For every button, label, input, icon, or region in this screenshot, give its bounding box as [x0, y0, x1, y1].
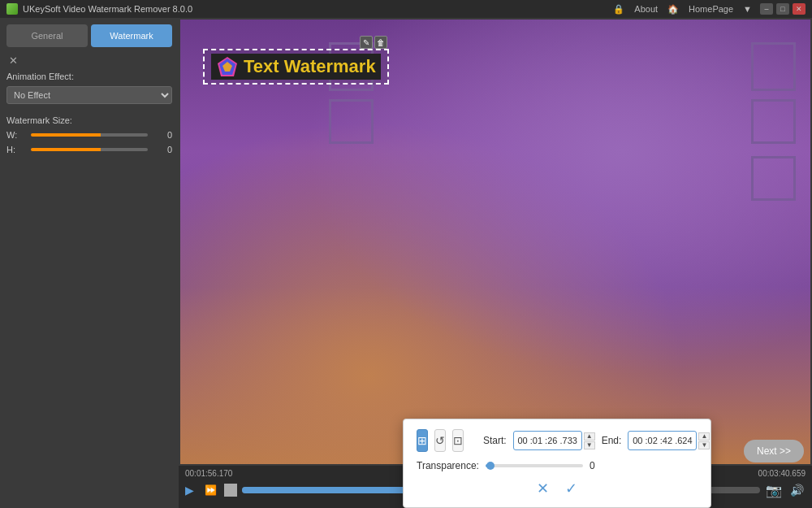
minimize-button[interactable]: –: [760, 3, 773, 15]
start-time-spin: ▲ ▼: [584, 432, 595, 449]
popup-cancel-button[interactable]: ✕: [537, 480, 549, 497]
end-time-group: ▲ ▼: [628, 431, 710, 450]
title-bar-nav: 🔒 About 🏠 HomePage ▼: [613, 4, 752, 15]
timeline-played: [242, 487, 423, 493]
maximize-button[interactable]: □: [776, 3, 789, 15]
w-slider[interactable]: [31, 133, 148, 137]
start-spin-up[interactable]: ▲: [584, 432, 595, 441]
app-title: UKeySoft Video Watermark Remover 8.0.0: [23, 4, 192, 14]
w-row: W: 0: [6, 130, 172, 140]
start-label: Start:: [483, 435, 507, 446]
time-range-row: Start: ▲ ▼ End: ▲ ▼: [483, 431, 710, 450]
transparency-slider[interactable]: [486, 464, 583, 467]
main-layout: General Watermark ✕ Animation Effect: No…: [0, 18, 812, 508]
video-frame: ✎ 🗑 Text Watermark: [179, 18, 812, 466]
video-background: [179, 18, 812, 466]
title-bar: UKeySoft Video Watermark Remover 8.0.0 🔒…: [0, 0, 812, 18]
popup-dialog: ⊞ ↺ ⊡ Start: ▲ ▼ End:: [403, 419, 711, 508]
app-icon: [6, 3, 18, 15]
sidebar-close-button[interactable]: ✕: [6, 54, 19, 67]
transparency-thumb[interactable]: [486, 462, 495, 470]
popup-tool-grid[interactable]: ⊡: [452, 429, 464, 452]
play-button[interactable]: ▶: [185, 483, 200, 497]
w-value: 0: [148, 130, 172, 140]
watermark-label: Text Watermark: [244, 56, 376, 77]
tab-watermark[interactable]: Watermark: [91, 24, 172, 47]
h-value: 0: [148, 145, 172, 154]
watermark-size-row: Watermark Size:: [6, 115, 172, 125]
title-bar-right: 🔒 About 🏠 HomePage ▼ – □ ✕: [613, 3, 806, 15]
tab-general[interactable]: General: [6, 24, 88, 47]
w-label: W:: [6, 130, 31, 140]
animation-select[interactable]: No Effect: [6, 86, 172, 104]
animation-label: Animation Effect:: [6, 72, 96, 81]
start-spin-down[interactable]: ▼: [584, 441, 595, 449]
about-link[interactable]: About: [634, 4, 658, 14]
animation-select-row: No Effect: [6, 86, 172, 104]
end-spin-down[interactable]: ▼: [698, 441, 710, 449]
transparency-label: Transparence:: [417, 460, 479, 471]
watermark-logo-icon: [216, 55, 239, 78]
door-rect-5: [751, 156, 796, 201]
start-time-input[interactable]: [513, 431, 582, 450]
door-rect-4: [751, 99, 796, 144]
video-area: ✎ 🗑 Text Watermark 00:01:56.170: [179, 18, 812, 508]
door-rect-3: [751, 42, 796, 91]
popup-footer: ✕ ✓: [417, 480, 698, 497]
homepage-link[interactable]: HomePage: [689, 4, 733, 14]
popup-toolbar: ⊞ ↺ ⊡ Start: ▲ ▼ End:: [417, 429, 698, 452]
popup-tool-filter[interactable]: ⊞: [417, 429, 428, 452]
title-bar-left: UKeySoft Video Watermark Remover 8.0.0: [6, 3, 192, 15]
transparency-value: 0: [590, 460, 595, 471]
time-left: 00:01:56.170: [185, 469, 232, 478]
end-time-input[interactable]: [628, 431, 697, 450]
screenshot-button[interactable]: 📷: [765, 481, 783, 499]
h-row: H: 0: [6, 145, 172, 154]
transparency-row: Transparence: 0: [417, 460, 698, 471]
end-time-spin: ▲ ▼: [698, 432, 710, 449]
window-controls: – □ ✕: [760, 3, 806, 15]
dropdown-icon: ▼: [743, 4, 752, 14]
popup-tool-rotate[interactable]: ↺: [434, 429, 446, 452]
watermark-controls: ✎ 🗑: [360, 36, 387, 49]
sidebar: General Watermark ✕ Animation Effect: No…: [0, 18, 179, 508]
watermark-edit-button[interactable]: ✎: [360, 36, 373, 49]
door-rect-2: [329, 99, 374, 144]
popup-ok-button[interactable]: ✓: [565, 480, 577, 497]
watermark-text-display: Text Watermark: [211, 54, 381, 80]
end-spin-up[interactable]: ▲: [698, 432, 710, 441]
end-label: End:: [602, 435, 622, 446]
time-right: 00:03:40.659: [758, 469, 806, 478]
sidebar-tabs: General Watermark: [6, 24, 172, 47]
animation-row: Animation Effect:: [6, 72, 172, 81]
step-forward-button[interactable]: ⏩: [205, 483, 219, 497]
start-time-group: ▲ ▼: [513, 431, 595, 450]
stop-button[interactable]: [224, 484, 237, 497]
lock-icon: 🔒: [613, 4, 624, 15]
h-label: H:: [6, 145, 31, 154]
volume-button[interactable]: 🔊: [788, 481, 806, 499]
watermark-overlay[interactable]: ✎ 🗑 Text Watermark: [203, 49, 389, 85]
next-button[interactable]: Next >>: [744, 440, 804, 462]
close-button[interactable]: ✕: [793, 3, 806, 15]
h-slider[interactable]: [31, 148, 148, 151]
home-icon: 🏠: [667, 4, 679, 15]
watermark-size-label: Watermark Size:: [6, 115, 96, 125]
watermark-delete-button[interactable]: 🗑: [374, 36, 387, 49]
